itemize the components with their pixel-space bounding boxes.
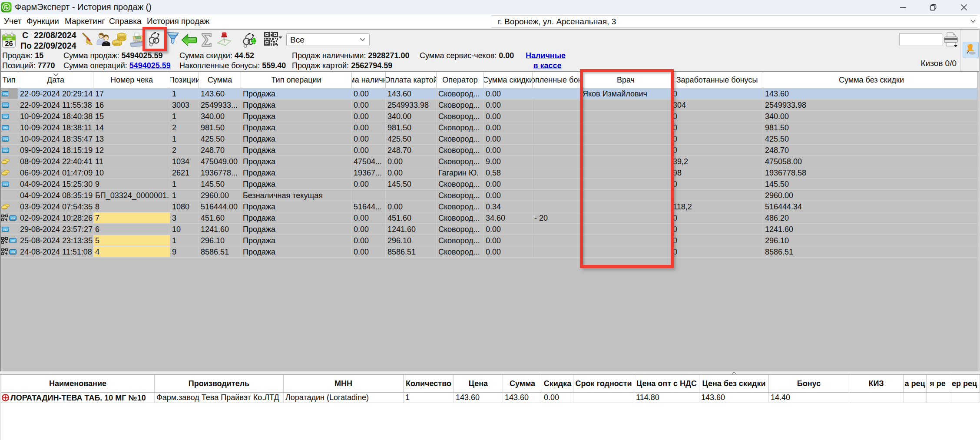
svg-text:VISA: VISA xyxy=(3,149,8,152)
svg-text:VISA: VISA xyxy=(10,217,15,220)
svg-text:VISA: VISA xyxy=(3,127,8,129)
svg-text:VISA: VISA xyxy=(10,240,15,242)
svg-text:VISA: VISA xyxy=(10,251,15,254)
svg-text:VISA: VISA xyxy=(3,93,8,96)
svg-text:VISA: VISA xyxy=(3,228,8,231)
svg-text:VISA: VISA xyxy=(3,116,8,118)
svg-text:VISA: VISA xyxy=(3,138,8,141)
svg-text:VISA: VISA xyxy=(3,183,8,186)
svg-text:VISA: VISA xyxy=(3,104,8,107)
svg-text:26: 26 xyxy=(5,40,13,47)
